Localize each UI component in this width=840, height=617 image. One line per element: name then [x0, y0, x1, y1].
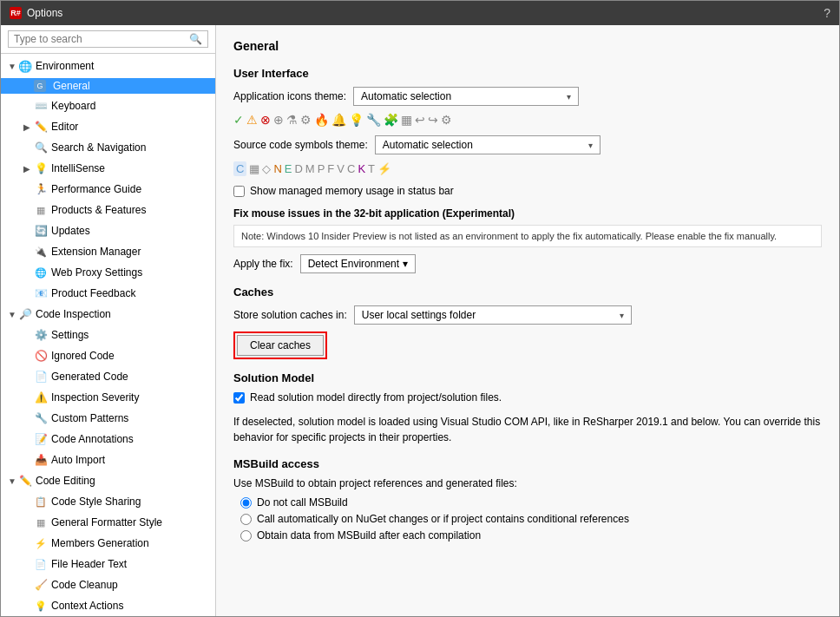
- sidebar-item-code-annotations[interactable]: 📝 Code Annotations: [1, 429, 215, 450]
- sidebar-item-sharing-label: Code Style Sharing: [51, 496, 141, 508]
- sidebar-section-code-inspection[interactable]: ▼ 🔎 Code Inspection: [1, 304, 215, 325]
- title-bar: R# Options ?: [1, 1, 839, 25]
- apply-fix-row: Apply the fix: Detect Environment ▾: [233, 254, 822, 273]
- app-icons-preview: ✓ ⚠ ⊗ ⊕ ⚗ ⚙ 🔥 🔔 💡 🔧 🧩 ▦ ↩ ↪ ⚙: [233, 113, 822, 127]
- sidebar-item-generated-code[interactable]: 📄 Generated Code: [1, 366, 215, 387]
- store-value: User local settings folder: [362, 309, 620, 321]
- fix-mouse-title: Fix mouse issues in the 32-bit applicati…: [233, 207, 822, 220]
- panel-title: General: [233, 39, 822, 53]
- icon-warn-yellow: ⚠: [246, 113, 258, 127]
- radio-after-compile[interactable]: [240, 530, 252, 542]
- radio-no-call[interactable]: [240, 497, 252, 509]
- environment-icon: 🌐: [18, 59, 32, 73]
- title-bar-left: R# Options: [10, 7, 62, 19]
- sidebar-item-products[interactable]: ▦ Products & Features: [1, 200, 215, 220]
- sidebar-item-formatter[interactable]: ▦ General Formatter Style: [1, 512, 215, 533]
- editor-arrow: ▶: [23, 122, 34, 132]
- icon-arrow2: ↪: [428, 113, 438, 127]
- sidebar-item-ignored-code[interactable]: 🚫 Ignored Code: [1, 345, 215, 366]
- sidebar-item-ci-settings[interactable]: ⚙️ Settings: [1, 325, 215, 345]
- sym-method: M: [305, 162, 315, 175]
- radio-auto-nuget[interactable]: [240, 514, 252, 525]
- sidebar-item-updates[interactable]: 🔄 Updates: [1, 220, 215, 241]
- sym-class: C: [233, 161, 246, 176]
- apply-fix-dropdown[interactable]: Detect Environment ▾: [300, 254, 416, 273]
- sidebar-item-auto-import[interactable]: 📥 Auto Import: [1, 450, 215, 470]
- sidebar-item-performance-label: Performance Guide: [51, 183, 141, 195]
- sidebar-section-environment[interactable]: ▼ 🌐 Environment: [1, 56, 215, 76]
- store-dropdown[interactable]: User local settings folder ▾: [354, 305, 632, 325]
- sidebar-item-intellisense[interactable]: ▶ 💡 IntelliSense: [1, 158, 215, 179]
- search-input-wrap[interactable]: 🔍: [8, 30, 208, 48]
- show-memory-checkbox[interactable]: [233, 186, 245, 197]
- severity-icon: ⚠️: [34, 391, 48, 404]
- msbuild-section-title: MSBuild access: [233, 457, 822, 470]
- ui-section-title: User Interface: [233, 67, 822, 80]
- sidebar-item-context-actions[interactable]: 💡 Context Actions: [1, 595, 215, 616]
- sidebar-item-performance[interactable]: 🏃 Performance Guide: [1, 179, 215, 200]
- left-panel: 🔍 ▼ 🌐 Environment: [1, 25, 216, 616]
- app-icon: R#: [10, 7, 22, 19]
- sidebar-item-proxy[interactable]: 🌐 Web Proxy Settings: [1, 262, 215, 283]
- cleanup-icon: 🧹: [34, 578, 48, 592]
- sidebar-item-code-sharing[interactable]: 📋 Code Style Sharing: [1, 491, 215, 512]
- app-icons-row: Application icons theme: Automatic selec…: [233, 87, 822, 106]
- app-icons-label: Application icons theme:: [233, 90, 346, 102]
- sidebar-item-proxy-label: Web Proxy Settings: [51, 266, 142, 279]
- right-panel: General User Interface Application icons…: [216, 25, 839, 616]
- sym-del: D: [294, 162, 302, 175]
- sidebar-item-intellisense-label: IntelliSense: [51, 162, 105, 174]
- sidebar-item-generated-label: Generated Code: [51, 371, 128, 383]
- sidebar-item-general[interactable]: G General: [1, 76, 215, 95]
- feedback-icon: 📧: [34, 286, 48, 300]
- sidebar-item-keyboard-label: Keyboard: [51, 100, 95, 112]
- apply-fix-label: Apply the fix:: [233, 258, 293, 270]
- sidebar-item-feedback[interactable]: 📧 Product Feedback: [1, 283, 215, 304]
- annotations-icon: 📝: [34, 432, 48, 446]
- icon-analysis1: ⚗: [286, 113, 298, 127]
- formatter-icon: ▦: [34, 515, 48, 529]
- sidebar-item-inspection-severity[interactable]: ⚠️ Inspection Severity: [1, 387, 215, 408]
- solution-model-checkbox[interactable]: [233, 392, 245, 404]
- show-memory-label: Show managed memory usage in status bar: [250, 185, 454, 197]
- sidebar-item-custom-patterns[interactable]: 🔧 Custom Patterns: [1, 408, 215, 429]
- sidebar-item-extensions[interactable]: 🔌 Extension Manager: [1, 241, 215, 262]
- sharing-icon: 📋: [34, 495, 48, 509]
- sidebar-item-products-label: Products & Features: [51, 204, 146, 216]
- autoimport-icon: 📥: [34, 453, 48, 467]
- source-symbols-dropdown[interactable]: Automatic selection ▾: [375, 135, 600, 154]
- environment-arrow: ▼: [8, 62, 18, 71]
- radio-auto-nuget-label: Call automatically on NuGet changes or i…: [257, 513, 629, 525]
- sidebar-item-updates-label: Updates: [51, 225, 90, 237]
- sidebar-item-search-nav-label: Search & Navigation: [51, 141, 146, 154]
- sidebar-item-search-nav[interactable]: 🔍 Search & Navigation: [1, 137, 215, 158]
- patterns-icon: 🔧: [34, 411, 48, 425]
- sidebar-item-editor[interactable]: ▶ ✏️ Editor: [1, 116, 215, 137]
- search-input[interactable]: [14, 33, 189, 45]
- icon-settings2: ⚙: [441, 113, 452, 127]
- sidebar-item-cleanup-label: Code Cleanup: [51, 579, 118, 591]
- sidebar-item-code-cleanup[interactable]: 🧹 Code Cleanup: [1, 574, 215, 595]
- source-symbols-row: Source code symbols theme: Automatic sel…: [233, 135, 822, 154]
- sidebar-item-formatter-label: General Formatter Style: [51, 516, 162, 528]
- help-button[interactable]: ?: [824, 6, 830, 20]
- solution-model-section: Read solution model directly from projec…: [233, 391, 822, 445]
- app-icons-dropdown[interactable]: Automatic selection ▾: [353, 87, 579, 106]
- editor-icon: ✏️: [34, 120, 48, 134]
- sym-field: F: [327, 162, 334, 175]
- icon-play-back: ↩: [415, 113, 425, 127]
- clear-caches-button[interactable]: Clear caches: [237, 335, 324, 356]
- sidebar-item-patterns-label: Custom Patterns: [51, 412, 128, 424]
- fix-mouse-note: Note: Windows 10 Insider Preview is not …: [233, 225, 822, 247]
- apply-fix-arrow: ▾: [403, 258, 408, 270]
- sidebar-item-file-header[interactable]: 📄 File Header Text: [1, 554, 215, 574]
- sidebar-item-annotations-label: Code Annotations: [51, 433, 134, 445]
- sidebar-section-code-editing[interactable]: ▼ ✏️ Code Editing: [1, 470, 215, 491]
- sym-ns: N: [273, 162, 281, 175]
- sidebar-item-members[interactable]: ⚡ Members Generation: [1, 533, 215, 554]
- source-symbols-preview: C ▦ ◇ N E D M P F V C K T ⚡: [233, 161, 822, 176]
- extension-icon: 🔌: [34, 245, 48, 259]
- sidebar-item-keyboard[interactable]: ⌨️ Keyboard: [1, 95, 215, 116]
- msbuild-section: Use MSBuild to obtain project references…: [233, 477, 822, 542]
- intellisense-icon: 💡: [34, 161, 48, 175]
